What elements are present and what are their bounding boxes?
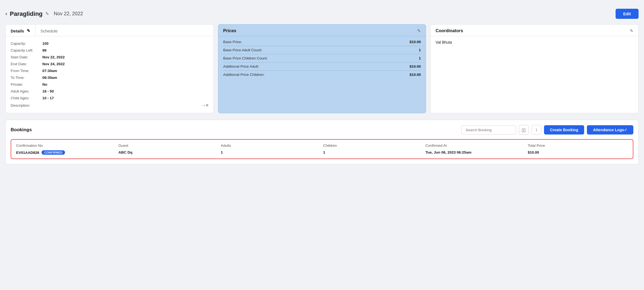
price-row-adult-count: Base Price Adult Count: 1 xyxy=(218,46,426,54)
coordinators-card: Coordinators ✎ Val Bhuta xyxy=(430,24,639,113)
tab-details[interactable]: Details ✎ xyxy=(6,25,36,36)
detail-row-description: Description: →≡ xyxy=(11,101,208,109)
create-booking-button[interactable]: Create Booking xyxy=(544,125,584,134)
coordinator-name: Val Bhuta xyxy=(431,36,638,48)
booking-row[interactable]: Confirmation No EV01AAD826 CONFIRMED Gue… xyxy=(11,139,633,159)
guest-value: ABC Dq xyxy=(119,150,219,154)
page-title: Paragliding xyxy=(10,10,43,17)
detail-row-from-time: From Time: 07:30am xyxy=(11,67,208,74)
detail-row-start-date: Start Date: Nov 22, 2022 xyxy=(11,54,208,61)
detail-row-child-ages: Child Ages: 10 - 17 xyxy=(11,95,208,101)
detail-row-capacity-left: Capacity Left: 98 xyxy=(11,47,208,54)
details-card: Details ✎ Schedule Capacity: 100 Capacit… xyxy=(5,24,214,113)
details-edit-icon[interactable]: ✎ xyxy=(27,28,30,33)
confirmed-at-label: Confirmed At xyxy=(425,143,526,148)
guest-label: Guest xyxy=(119,143,219,148)
bookings-section: Bookings ◫ ↕ Create Booking Attendance L… xyxy=(5,120,639,164)
detail-row-end-date: End Date: Nov 24, 2022 xyxy=(11,61,208,67)
bookings-title: Bookings xyxy=(11,127,32,133)
booking-cell-confirmed-at: Confirmed At Tue, Jun 06, 2023 06:25am xyxy=(425,143,526,155)
filter-button[interactable]: ◫ xyxy=(519,125,529,135)
total-price-value: $10.00 xyxy=(528,150,628,154)
coordinators-edit-icon[interactable]: ✎ xyxy=(630,28,633,33)
confirmed-at-value: Tue, Jun 06, 2023 06:25am xyxy=(425,150,526,154)
filter-icon: ◫ xyxy=(522,127,526,133)
booking-cell-adults: Adults 1 xyxy=(221,143,321,155)
confirmation-no-label: Confirmation No xyxy=(16,143,116,148)
details-card-body: Capacity: 100 Capacity Left: 98 Start Da… xyxy=(6,36,213,113)
prices-card: Prices ✎ Base Price: $10.00 Base Price A… xyxy=(218,24,426,113)
detail-row-private: Private: No xyxy=(11,81,208,88)
adults-label: Adults xyxy=(221,143,321,148)
tab-schedule-label: Schedule xyxy=(40,29,58,33)
total-price-label: Total Price xyxy=(528,143,628,148)
bookings-header: Bookings ◫ ↕ Create Booking Attendance L… xyxy=(11,125,633,135)
price-row-base: Base Price: $10.00 xyxy=(218,38,426,46)
confirmation-no-row: EV01AAD826 CONFIRMED xyxy=(16,150,116,155)
tab-details-label: Details xyxy=(11,29,24,33)
prices-edit-icon[interactable]: ✎ xyxy=(417,28,421,33)
price-row-additional-adult: Additional Price Adult: $10.00 xyxy=(218,62,426,70)
prices-card-header: Prices ✎ xyxy=(218,25,426,36)
title-edit-icon[interactable]: ✎ xyxy=(45,11,49,16)
price-row-children-count: Base Price Children Count: 1 xyxy=(218,54,426,62)
confirmed-badge: CONFIRMED xyxy=(42,150,65,155)
confirmation-no-value: EV01AAD826 xyxy=(16,151,39,155)
tab-schedule[interactable]: Schedule xyxy=(36,25,63,36)
sort-button[interactable]: ↕ xyxy=(531,125,541,135)
back-button[interactable]: ‹ xyxy=(5,11,7,17)
booking-cell-confirmation: Confirmation No EV01AAD826 CONFIRMED xyxy=(16,143,116,155)
children-label: Children xyxy=(323,143,424,148)
booking-cell-children: Children 1 xyxy=(323,143,424,155)
adults-value: 1 xyxy=(221,150,321,154)
prices-title: Prices xyxy=(223,28,236,33)
booking-cell-total-price: Total Price $10.00 xyxy=(528,143,628,155)
search-input[interactable] xyxy=(461,125,516,134)
coordinators-card-header: Coordinators ✎ xyxy=(431,25,638,36)
bookings-actions: ◫ ↕ Create Booking Attendance Logs✓ xyxy=(461,125,633,135)
coordinators-title: Coordinators xyxy=(436,28,463,33)
detail-row-capacity: Capacity: 100 xyxy=(11,40,208,47)
sort-icon: ↕ xyxy=(535,127,537,132)
price-row-additional-children: Additional Price Children: $10.00 xyxy=(218,71,426,79)
children-value: 1 xyxy=(323,150,424,154)
edit-button[interactable]: Edit xyxy=(616,9,639,19)
header-date: Nov 22, 2022 xyxy=(54,11,83,17)
booking-cell-guest: Guest ABC Dq xyxy=(119,143,219,155)
detail-row-adult-ages: Adult Ages: 18 - 50 xyxy=(11,88,208,95)
attendance-logs-button[interactable]: Attendance Logs✓ xyxy=(587,125,633,134)
expand-description-icon[interactable]: →≡ xyxy=(201,103,208,108)
detail-row-to-time: To Time: 08:30am xyxy=(11,74,208,81)
